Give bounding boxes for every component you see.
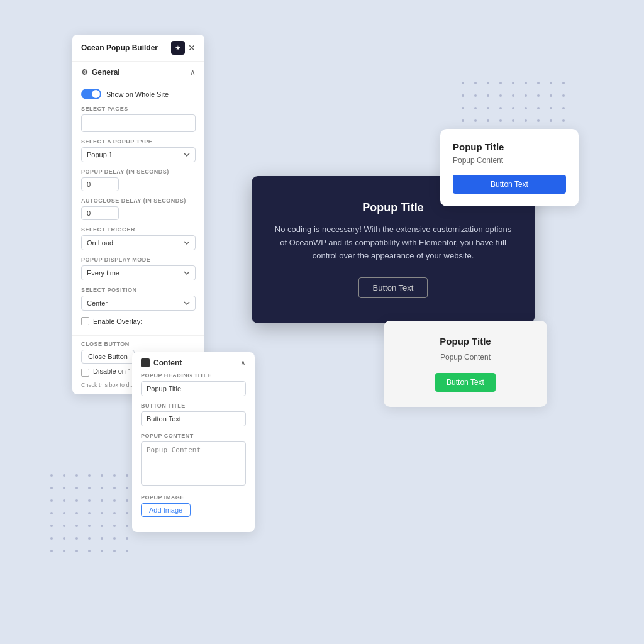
close-button[interactable]: ✕	[188, 43, 196, 52]
disable-on-label: Disable on "	[93, 367, 130, 375]
popup-type-select[interactable]: Popup 1	[81, 147, 196, 162]
popup-light-bottom-preview: Popup Title Popup Content Button Text	[384, 321, 547, 407]
heading-title-input[interactable]	[141, 381, 246, 396]
gear-icon: ⚙	[81, 68, 88, 77]
popup-light-top-preview: Popup Title Popup Content Button Text	[440, 129, 579, 206]
content-chevron-up-icon: ∧	[240, 358, 246, 367]
popup-image-field: Popup Image Add Image	[141, 494, 246, 517]
heading-title-field: Popup Heading Title	[141, 372, 246, 396]
button-title-input[interactable]	[141, 411, 246, 426]
popup-light-top-title: Popup Title	[453, 142, 566, 152]
popup-light-top-button[interactable]: Button Text	[453, 175, 566, 194]
select-pages-label: Select Pages	[81, 106, 196, 112]
trigger-field: Select Trigger On Load	[81, 226, 196, 250]
enable-overlay-checkbox[interactable]	[81, 317, 89, 325]
popup-light-bottom-title: Popup Title	[396, 336, 535, 347]
app-title-group: Ocean Popup Builder	[81, 43, 158, 52]
content-panel-body: Popup Heading Title Button Title Popup C…	[132, 372, 255, 517]
popup-dark-content: No coding is necessary! With the extensi…	[270, 223, 516, 262]
position-select[interactable]: Center	[81, 296, 196, 311]
content-section-title: Content	[153, 358, 182, 367]
select-pages-field: Select Pages	[81, 106, 196, 132]
display-mode-field: Popup Display Mode Every time	[81, 257, 196, 280]
show-whole-site-toggle[interactable]	[81, 89, 101, 99]
popup-delay-label: Popup Delay (in seconds)	[81, 169, 196, 175]
content-title-group: Content	[141, 358, 182, 367]
content-panel: Content ∧ Popup Heading Title Button Tit…	[132, 352, 255, 532]
app-title: Ocean Popup Builder	[81, 43, 158, 52]
trigger-label: Select Trigger	[81, 226, 196, 233]
autoclose-delay-field: Autoclose Delay (in seconds)	[81, 197, 196, 220]
general-panel: Ocean Popup Builder ★ ✕ ⚙ General ∧ Show…	[72, 35, 204, 394]
popup-delay-input[interactable]	[81, 177, 119, 191]
enable-overlay-row: Enable Overlay:	[81, 317, 196, 325]
close-button-section-label: Close Button	[81, 341, 196, 347]
button-title-field: Button Title	[141, 402, 246, 426]
button-title-label: Button Title	[141, 402, 246, 409]
heading-title-label: Popup Heading Title	[141, 372, 246, 379]
select-pages-input[interactable]	[81, 114, 196, 132]
enable-overlay-label: Enable Overlay:	[93, 318, 142, 325]
general-section-title: General	[92, 68, 120, 77]
autoclose-delay-input[interactable]	[81, 206, 119, 220]
popup-image-label: Popup Image	[141, 494, 246, 501]
content-section-header: Content ∧	[132, 352, 255, 372]
chevron-up-icon: ∧	[190, 68, 196, 77]
position-field: Select Position Center	[81, 287, 196, 311]
popup-delay-field: Popup Delay (in seconds)	[81, 169, 196, 191]
panel-title-bar: Ocean Popup Builder ★ ✕	[72, 35, 204, 62]
general-section-header[interactable]: ⚙ General ∧	[72, 62, 204, 82]
autoclose-delay-label: Autoclose Delay (in seconds)	[81, 197, 196, 204]
popup-content-label: Popup Content	[141, 433, 246, 439]
display-mode-label: Popup Display Mode	[81, 257, 196, 263]
toggle-row: Show on Whole Site	[81, 89, 196, 99]
popup-light-top-content: Popup Content	[453, 156, 566, 165]
close-button-preview[interactable]: Close Button	[81, 350, 135, 364]
content-icon	[141, 358, 150, 367]
toggle-label: Show on Whole Site	[106, 91, 169, 98]
star-button[interactable]: ★	[171, 41, 185, 55]
popup-light-bottom-content: Popup Content	[396, 353, 535, 362]
add-image-button[interactable]: Add Image	[141, 503, 191, 517]
popup-type-label: Select A Popup Type	[81, 138, 196, 145]
general-panel-body: Show on Whole Site Select Pages Select A…	[72, 82, 204, 335]
dot-pattern-bottom-left	[50, 474, 145, 569]
display-mode-select[interactable]: Every time	[81, 265, 196, 280]
popup-type-field: Select A Popup Type Popup 1	[81, 138, 196, 162]
popup-dark-button[interactable]: Button Text	[358, 277, 428, 298]
general-title-group: ⚙ General	[81, 68, 120, 77]
popup-content-textarea[interactable]: Popup Content	[141, 441, 246, 486]
disable-on-checkbox[interactable]	[81, 369, 89, 377]
position-label: Select Position	[81, 287, 196, 293]
trigger-select[interactable]: On Load	[81, 235, 196, 250]
popup-light-bottom-button[interactable]: Button Text	[435, 373, 496, 392]
popup-content-field: Popup Content Popup Content	[141, 433, 246, 488]
